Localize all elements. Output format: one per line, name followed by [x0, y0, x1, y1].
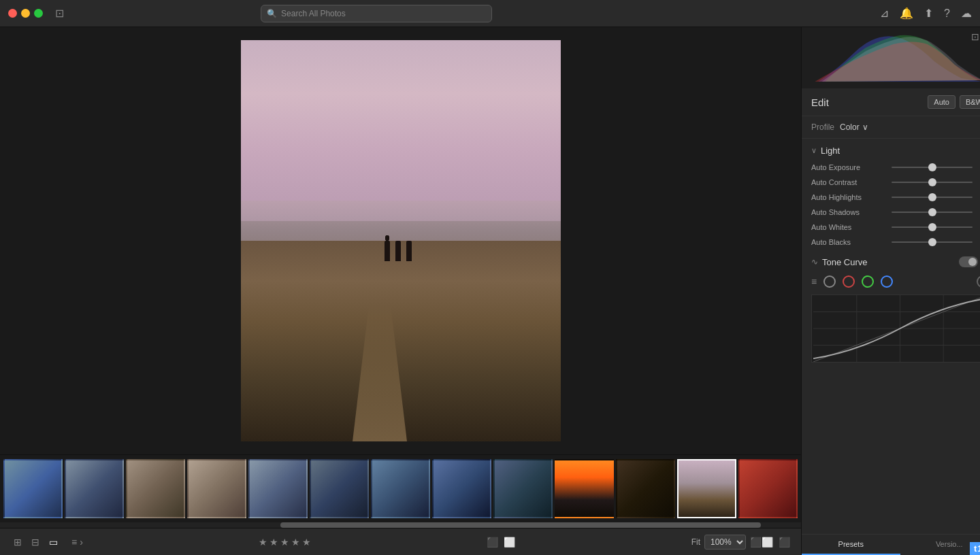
tone-curve-toggle[interactable] — [959, 256, 978, 267]
titlebar: ⊡ 🔍 ⊿ 🔔 ⬆ ? ☁ — [0, 0, 980, 27]
notification-icon[interactable]: 🔔 — [900, 7, 913, 20]
channel-red-button[interactable] — [843, 275, 855, 288]
whites-label: Auto Whites — [811, 223, 886, 231]
star-4[interactable]: ★ — [291, 537, 300, 548]
exposure-label: Auto Exposure — [811, 163, 886, 171]
tone-curve-section: ∿ Tone Curve ∨ ≡ + — [802, 250, 980, 365]
close-button[interactable] — [8, 9, 17, 18]
blacks-thumb[interactable] — [928, 238, 936, 246]
minimize-button[interactable] — [21, 9, 30, 18]
flag-pick-icon[interactable]: ⬛ — [487, 537, 498, 548]
edit-header: Edit Auto B&W — [802, 88, 980, 116]
highlights-track[interactable] — [892, 197, 973, 198]
tone-curve-toggle-thumb — [968, 258, 977, 266]
film-thumb-active[interactable] — [677, 459, 736, 518]
film-thumb[interactable] — [616, 459, 675, 518]
filmstrip — [0, 454, 801, 522]
edit-title: Edit — [811, 97, 928, 108]
contrast-track[interactable] — [892, 182, 973, 183]
tone-curve-header[interactable]: ∿ Tone Curve ∨ — [802, 250, 980, 271]
sidebar-toggle-icon[interactable]: ⊡ — [55, 7, 64, 20]
tone-curve-svg — [812, 295, 980, 362]
bw-button[interactable]: B&W — [960, 95, 980, 109]
profile-select[interactable]: Color ∨ — [840, 122, 868, 132]
filter-icon[interactable]: ⊿ — [880, 7, 889, 20]
highlights-label: Auto Highlights — [811, 193, 886, 201]
compare-before-after-icon[interactable]: ⬛⬜ — [750, 537, 773, 548]
shadows-thumb[interactable] — [928, 208, 936, 216]
star-3[interactable]: ★ — [280, 537, 289, 548]
tone-curve-canvas[interactable] — [811, 295, 980, 363]
view-grid-small-icon[interactable]: ⊞ — [11, 535, 24, 549]
blacks-track[interactable] — [892, 241, 973, 243]
split-view-icon[interactable]: ⬛ — [779, 537, 790, 548]
filmstrip-scrollbar-track[interactable] — [0, 522, 801, 528]
flags-area: ⬛ ⬜ — [487, 537, 515, 548]
star-1[interactable]: ★ — [259, 537, 267, 548]
film-thumb[interactable] — [493, 459, 553, 518]
film-thumb[interactable] — [65, 459, 124, 518]
filmstrip-scrollbar-thumb[interactable] — [280, 522, 761, 528]
tone-curve-icon: ∿ — [811, 257, 818, 267]
film-thumb[interactable] — [187, 459, 246, 518]
film-thumb[interactable] — [432, 459, 491, 518]
histogram-expand-icon[interactable]: ⊡ — [971, 31, 979, 42]
contrast-thumb[interactable] — [928, 178, 936, 186]
film-thumb[interactable] — [371, 459, 430, 518]
film-thumb[interactable] — [3, 459, 63, 518]
view-grid-large-icon[interactable]: ⊟ — [29, 535, 42, 549]
share-icon[interactable]: ⬆ — [924, 7, 933, 20]
shadows-slider-row: Auto Shadows 0 — [802, 205, 980, 220]
flag-reject-icon[interactable]: ⬜ — [504, 537, 515, 548]
main-photo[interactable] — [241, 40, 561, 441]
light-section-header[interactable]: ∨ Light — [802, 139, 980, 160]
maximize-button[interactable] — [34, 9, 43, 18]
channel-lines-icon: ≡ — [811, 276, 817, 287]
light-section-title: Light — [821, 146, 840, 156]
channel-green-button[interactable] — [862, 275, 874, 288]
whites-track[interactable] — [892, 226, 973, 228]
film-thumb[interactable] — [555, 459, 614, 518]
shadows-label: Auto Shadows — [811, 208, 886, 216]
figure-1 — [385, 241, 390, 261]
shadows-track[interactable] — [892, 212, 973, 213]
figure-2 — [395, 241, 401, 261]
photo-figures — [385, 241, 412, 261]
film-thumb[interactable] — [738, 459, 798, 518]
titlebar-icons: ⊿ 🔔 ⬆ ? ☁ — [880, 7, 972, 20]
film-thumb[interactable] — [248, 459, 308, 518]
search-input[interactable] — [281, 9, 486, 18]
zoom-select[interactable]: 100% 50% Fit Fill — [704, 535, 746, 550]
compare-icons: ⬛⬜ ⬛ — [750, 537, 790, 548]
auto-button[interactable]: Auto — [928, 95, 956, 109]
exposure-thumb[interactable] — [928, 163, 936, 171]
highlights-thumb[interactable] — [928, 193, 936, 201]
blacks-label: Auto Blacks — [811, 238, 886, 246]
whites-slider-row: Auto Whites 0 — [802, 220, 980, 235]
film-thumb[interactable] — [310, 459, 369, 518]
view-single-icon[interactable]: ▭ — [46, 535, 61, 549]
histogram-header-icons: ⊡ ⊞ — [971, 31, 980, 42]
channel-add-button[interactable]: + — [977, 275, 980, 288]
photo-sky — [241, 40, 561, 221]
cloud-icon[interactable]: ☁ — [961, 7, 972, 20]
channel-row: ≡ + — [802, 271, 980, 292]
figure-3 — [406, 241, 412, 261]
star-2[interactable]: ★ — [270, 537, 278, 548]
help-icon[interactable]: ? — [944, 7, 950, 20]
channel-rgb-button[interactable] — [823, 275, 836, 288]
histogram-area: ⊡ ⊞ — [802, 27, 980, 88]
photo-canvas — [0, 27, 801, 454]
exposure-track[interactable] — [892, 167, 973, 168]
blacks-slider-row: Auto Blacks 0 — [802, 235, 980, 250]
fit-label: Fit — [691, 537, 700, 547]
profile-label: Profile — [811, 122, 834, 132]
star-5[interactable]: ★ — [302, 537, 311, 548]
channel-blue-button[interactable] — [881, 275, 893, 288]
sort-button[interactable]: ≡ › — [71, 537, 83, 548]
tab-presets[interactable]: Presets — [802, 535, 900, 555]
histogram-svg — [802, 27, 980, 88]
tab-versions[interactable]: Versio... — [900, 535, 981, 555]
whites-thumb[interactable] — [928, 223, 936, 231]
film-thumb[interactable] — [126, 459, 185, 518]
